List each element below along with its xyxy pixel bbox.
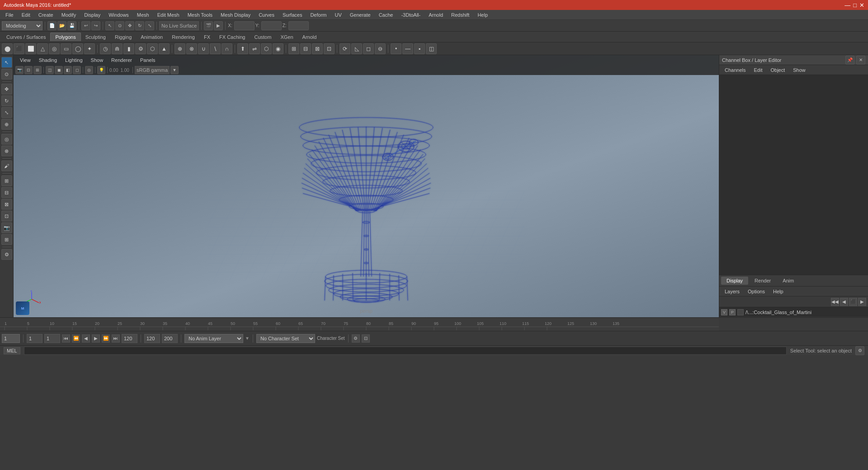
- plane-icon-btn[interactable]: ▭: [61, 43, 71, 54]
- tab-rigging[interactable]: Rigging: [110, 33, 136, 41]
- menu-mesh[interactable]: Mesh: [133, 11, 153, 19]
- layer-color-swatch[interactable]: [737, 309, 744, 315]
- vp-menu-lighting[interactable]: Lighting: [61, 56, 86, 64]
- settings-left[interactable]: ⚙: [1, 249, 12, 260]
- offset-edge-btn[interactable]: ⊟: [300, 43, 311, 54]
- vp-wireframe-btn[interactable]: ◫: [46, 66, 54, 74]
- cb-show[interactable]: Show: [789, 66, 809, 74]
- gamma-label[interactable]: sRGB gamma: [135, 66, 170, 74]
- split-poly-btn[interactable]: ⊡: [324, 43, 335, 54]
- tab-sculpting[interactable]: Sculpting: [81, 33, 110, 41]
- rb-tab-anim[interactable]: Anim: [777, 277, 799, 285]
- show-manip-left[interactable]: ⊗: [1, 146, 12, 156]
- menu-cache[interactable]: Cache: [375, 11, 397, 19]
- layer-menu-help[interactable]: Help: [769, 288, 787, 295]
- pb-play-fwd[interactable]: ▶: [92, 334, 100, 343]
- mesh-soccer-btn[interactable]: ⬡: [147, 43, 158, 54]
- quadrangulate-btn[interactable]: ◻: [363, 43, 374, 54]
- menu-file[interactable]: File: [2, 11, 17, 19]
- tab-animation[interactable]: Animation: [136, 33, 167, 41]
- z-input[interactable]: [288, 21, 309, 30]
- disk-icon-btn[interactable]: ◯: [72, 43, 83, 54]
- lasso-select-left[interactable]: ⊙: [1, 69, 12, 80]
- range-end2-input[interactable]: [144, 334, 160, 343]
- menu-help[interactable]: Help: [474, 11, 491, 19]
- display-custom-left[interactable]: ⊡: [1, 211, 12, 221]
- layer-v-toggle[interactable]: V: [721, 309, 727, 315]
- vp-grid-btn[interactable]: ⊞: [33, 66, 42, 74]
- pb-goto-end[interactable]: ⏭: [112, 334, 120, 343]
- menu-create[interactable]: Create: [35, 11, 57, 19]
- vp-menu-panels[interactable]: Panels: [137, 56, 159, 64]
- mel-command-input[interactable]: [24, 347, 787, 355]
- menu-windows[interactable]: Windows: [105, 11, 132, 19]
- tab-arnold[interactable]: Arnold: [298, 33, 321, 41]
- cb-edit[interactable]: Edit: [750, 66, 766, 74]
- pb-step-back[interactable]: ⏪: [72, 334, 80, 343]
- panel-close-btn[interactable]: ✕: [856, 56, 865, 65]
- menu-display[interactable]: Display: [80, 11, 104, 19]
- panel-pin-btn[interactable]: 📌: [845, 56, 854, 65]
- vp-xray-btn[interactable]: ◻: [73, 66, 81, 74]
- menu-generate[interactable]: Generate: [346, 11, 374, 19]
- platonic-icon-btn[interactable]: ✦: [84, 43, 95, 54]
- save-file-btn[interactable]: 💾: [67, 21, 76, 30]
- triangulate-btn[interactable]: ◺: [351, 43, 362, 54]
- range-mid-input[interactable]: [44, 334, 60, 343]
- separate-btn[interactable]: ⊗: [186, 43, 197, 54]
- combine-btn[interactable]: ⊕: [175, 43, 185, 54]
- new-file-btn[interactable]: 📄: [47, 21, 57, 30]
- vp-isolate-btn[interactable]: ◎: [85, 66, 93, 74]
- cube-icon-btn[interactable]: ⬛: [14, 43, 24, 54]
- menu-curves[interactable]: Curves: [255, 11, 278, 19]
- soft-select-left[interactable]: ◎: [1, 134, 12, 145]
- y-input[interactable]: [261, 21, 282, 30]
- tab-xgen[interactable]: XGen: [276, 33, 297, 41]
- menu-3dto-all[interactable]: -3DtoAll-: [397, 11, 424, 19]
- rotate-tool-left[interactable]: ↻: [1, 95, 12, 106]
- menu-edit[interactable]: Edit: [18, 11, 34, 19]
- cylinder-icon-btn[interactable]: ⬜: [25, 43, 36, 54]
- vp-shaded-btn[interactable]: ◼: [55, 66, 63, 74]
- vp-fit-btn[interactable]: ⊡: [24, 66, 33, 74]
- redo-btn[interactable]: ↪: [91, 21, 100, 30]
- menu-arnold[interactable]: Arnold: [425, 11, 447, 19]
- move-tool-btn[interactable]: ✥: [125, 21, 134, 30]
- menu-uv[interactable]: UV: [331, 11, 345, 19]
- render-btn[interactable]: 🎬: [204, 21, 213, 30]
- tab-fx[interactable]: FX: [199, 33, 215, 41]
- display-layer-left[interactable]: ⊞: [1, 175, 12, 186]
- cone-icon-btn[interactable]: △: [37, 43, 48, 54]
- menu-edit-mesh[interactable]: Edit Mesh: [154, 11, 183, 19]
- menu-mesh-display[interactable]: Mesh Display: [217, 11, 254, 19]
- layer-menu-layers[interactable]: Layers: [721, 288, 743, 295]
- current-frame-input[interactable]: [2, 334, 20, 343]
- status-settings-btn[interactable]: ⚙: [855, 346, 864, 355]
- layer-btn-2[interactable]: ◀: [840, 298, 848, 306]
- maximize-btn[interactable]: □: [853, 2, 857, 9]
- vertex-mode-btn[interactable]: •: [391, 43, 401, 54]
- vp-menu-show[interactable]: Show: [87, 56, 107, 64]
- vp-textured-btn[interactable]: ◧: [64, 66, 72, 74]
- tab-curves-surfaces[interactable]: Curves / Surfaces: [2, 33, 50, 41]
- mode-selector[interactable]: Modeling Rigging Animation FX Rendering …: [2, 21, 42, 30]
- bb-extra-btn-1[interactable]: ⚙: [352, 334, 360, 343]
- pb-step-fwd[interactable]: ⏩: [102, 334, 110, 343]
- bool-diff-btn[interactable]: ∖: [210, 43, 221, 54]
- undo-btn[interactable]: ↩: [81, 21, 90, 30]
- minimize-btn[interactable]: —: [844, 2, 850, 9]
- bb-extra-btn-2[interactable]: ⊡: [362, 334, 370, 343]
- select-tool-btn[interactable]: ↖: [105, 21, 114, 30]
- smooth-btn[interactable]: ⟳: [340, 43, 350, 54]
- cb-channels[interactable]: Channels: [721, 66, 749, 74]
- tab-rendering[interactable]: Rendering: [167, 33, 199, 41]
- menu-mesh-tools[interactable]: Mesh Tools: [184, 11, 216, 19]
- rb-tab-display[interactable]: Display: [721, 277, 748, 285]
- camera-left[interactable]: 📷: [1, 222, 12, 233]
- menu-deform[interactable]: Deform: [307, 11, 330, 19]
- extrude-btn[interactable]: ⬆: [237, 43, 248, 54]
- close-btn[interactable]: ✕: [859, 2, 864, 9]
- gamma-settings-btn[interactable]: ▼: [170, 66, 179, 74]
- cb-object[interactable]: Object: [767, 66, 788, 74]
- vp-menu-shading[interactable]: Shading: [35, 56, 61, 64]
